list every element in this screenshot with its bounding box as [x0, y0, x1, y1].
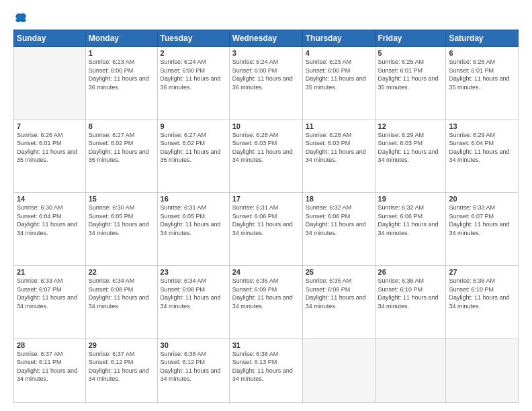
day-info: Sunrise: 6:26 AMSunset: 6:01 PMDaylight:… — [449, 58, 515, 91]
day-number: 29 — [89, 341, 154, 349]
day-number: 28 — [17, 341, 83, 349]
calendar-header: SundayMondayTuesdayWednesdayThursdayFrid… — [14, 30, 519, 47]
day-number: 14 — [17, 195, 83, 203]
day-info: Sunrise: 6:36 AMSunset: 6:10 PMDaylight:… — [449, 277, 515, 310]
calendar-day-cell: 17Sunrise: 6:31 AMSunset: 6:06 PMDayligh… — [229, 193, 302, 266]
calendar-day-cell: 10Sunrise: 6:28 AMSunset: 6:03 PMDayligh… — [229, 120, 302, 193]
day-info: Sunrise: 6:33 AMSunset: 6:07 PMDaylight:… — [17, 277, 83, 310]
day-info: Sunrise: 6:26 AMSunset: 6:01 PMDaylight:… — [17, 131, 83, 165]
day-number: 18 — [306, 195, 372, 203]
calendar-day-cell: 15Sunrise: 6:30 AMSunset: 6:05 PMDayligh… — [85, 193, 157, 266]
day-number: 24 — [232, 268, 300, 276]
day-info: Sunrise: 6:29 AMSunset: 6:03 PMDaylight:… — [378, 131, 443, 165]
day-number: 11 — [306, 122, 372, 130]
day-number: 4 — [306, 49, 372, 57]
day-number: 22 — [89, 268, 154, 276]
day-number: 25 — [306, 268, 372, 276]
day-info: Sunrise: 6:30 AMSunset: 6:04 PMDaylight:… — [17, 203, 83, 237]
calendar-day-cell: 21Sunrise: 6:33 AMSunset: 6:07 PMDayligh… — [14, 265, 86, 338]
calendar-day-cell: 3Sunrise: 6:24 AMSunset: 6:00 PMDaylight… — [229, 47, 302, 120]
day-of-week-header: Thursday — [302, 30, 375, 47]
day-number: 12 — [378, 122, 443, 130]
day-info: Sunrise: 6:23 AMSunset: 6:00 PMDaylight:… — [89, 58, 154, 91]
day-number: 7 — [17, 122, 83, 130]
calendar-day-cell: 22Sunrise: 6:34 AMSunset: 6:08 PMDayligh… — [85, 265, 157, 338]
calendar-day-cell: 30Sunrise: 6:38 AMSunset: 6:12 PMDayligh… — [157, 338, 229, 402]
day-info: Sunrise: 6:27 AMSunset: 6:02 PMDaylight:… — [161, 131, 226, 165]
calendar-week-row: 1Sunrise: 6:23 AMSunset: 6:00 PMDaylight… — [14, 47, 519, 120]
calendar-day-cell: 5Sunrise: 6:25 AMSunset: 6:01 PMDaylight… — [375, 47, 446, 120]
page: SundayMondayTuesdayWednesdayThursdayFrid… — [0, 0, 532, 411]
calendar-day-cell: 2Sunrise: 6:24 AMSunset: 6:00 PMDaylight… — [157, 47, 229, 120]
day-info: Sunrise: 6:31 AMSunset: 6:06 PMDaylight:… — [232, 203, 300, 237]
day-of-week-header: Monday — [85, 30, 157, 47]
calendar-day-cell: 14Sunrise: 6:30 AMSunset: 6:04 PMDayligh… — [14, 193, 86, 266]
calendar-day-cell: 19Sunrise: 6:32 AMSunset: 6:06 PMDayligh… — [375, 193, 446, 266]
day-number: 16 — [161, 195, 226, 203]
day-info: Sunrise: 6:37 AMSunset: 6:12 PMDaylight:… — [89, 350, 154, 383]
day-number: 20 — [449, 195, 515, 203]
day-number: 30 — [161, 341, 226, 349]
calendar-day-cell: 28Sunrise: 6:37 AMSunset: 6:11 PMDayligh… — [14, 338, 86, 402]
calendar-day-cell: 29Sunrise: 6:37 AMSunset: 6:12 PMDayligh… — [85, 338, 157, 402]
day-number: 26 — [378, 268, 443, 276]
day-number: 31 — [232, 341, 300, 349]
day-number: 1 — [89, 49, 154, 57]
calendar-day-cell: 31Sunrise: 6:38 AMSunset: 6:13 PMDayligh… — [229, 338, 302, 402]
day-number: 23 — [161, 268, 226, 276]
calendar-day-cell: 18Sunrise: 6:32 AMSunset: 6:06 PMDayligh… — [302, 193, 375, 266]
day-of-week-header: Tuesday — [157, 30, 229, 47]
calendar-table: SundayMondayTuesdayWednesdayThursdayFrid… — [13, 30, 519, 403]
day-number: 9 — [161, 122, 226, 130]
calendar-day-cell: 23Sunrise: 6:34 AMSunset: 6:08 PMDayligh… — [157, 265, 229, 338]
calendar-day-cell: 6Sunrise: 6:26 AMSunset: 6:01 PMDaylight… — [446, 47, 519, 120]
day-of-week-header: Saturday — [446, 30, 519, 47]
day-info: Sunrise: 6:31 AMSunset: 6:05 PMDaylight:… — [161, 203, 226, 237]
calendar-week-row: 7Sunrise: 6:26 AMSunset: 6:01 PMDaylight… — [14, 120, 519, 193]
day-info: Sunrise: 6:28 AMSunset: 6:03 PMDaylight:… — [232, 131, 300, 165]
day-info: Sunrise: 6:27 AMSunset: 6:02 PMDaylight:… — [89, 131, 154, 165]
calendar-day-cell — [446, 338, 519, 402]
calendar-week-row: 28Sunrise: 6:37 AMSunset: 6:11 PMDayligh… — [14, 338, 519, 402]
day-info: Sunrise: 6:30 AMSunset: 6:05 PMDaylight:… — [89, 203, 154, 237]
day-info: Sunrise: 6:29 AMSunset: 6:04 PMDaylight:… — [449, 131, 515, 165]
calendar-week-row: 14Sunrise: 6:30 AMSunset: 6:04 PMDayligh… — [14, 193, 519, 266]
day-number: 15 — [89, 195, 154, 203]
day-number: 2 — [161, 49, 226, 57]
day-of-week-header: Friday — [375, 30, 446, 47]
day-info: Sunrise: 6:32 AMSunset: 6:06 PMDaylight:… — [306, 203, 372, 237]
calendar-day-cell: 4Sunrise: 6:25 AMSunset: 6:00 PMDaylight… — [302, 47, 375, 120]
calendar-day-cell: 1Sunrise: 6:23 AMSunset: 6:00 PMDaylight… — [85, 47, 157, 120]
day-info: Sunrise: 6:38 AMSunset: 6:12 PMDaylight:… — [161, 350, 226, 383]
calendar-day-cell: 12Sunrise: 6:29 AMSunset: 6:03 PMDayligh… — [375, 120, 446, 193]
logo-bird-icon — [15, 12, 27, 24]
calendar-day-cell: 27Sunrise: 6:36 AMSunset: 6:10 PMDayligh… — [446, 265, 519, 338]
day-number: 27 — [449, 268, 515, 276]
day-info: Sunrise: 6:24 AMSunset: 6:00 PMDaylight:… — [232, 58, 300, 91]
day-info: Sunrise: 6:25 AMSunset: 6:01 PMDaylight:… — [378, 58, 443, 91]
logo — [13, 12, 27, 24]
day-info: Sunrise: 6:32 AMSunset: 6:06 PMDaylight:… — [378, 203, 443, 237]
day-number: 17 — [232, 195, 300, 203]
day-info: Sunrise: 6:33 AMSunset: 6:07 PMDaylight:… — [449, 203, 515, 237]
header — [13, 12, 519, 24]
day-of-week-header: Sunday — [14, 30, 86, 47]
day-info: Sunrise: 6:35 AMSunset: 6:09 PMDaylight:… — [232, 277, 300, 310]
day-info: Sunrise: 6:34 AMSunset: 6:08 PMDaylight:… — [161, 277, 226, 310]
day-info: Sunrise: 6:28 AMSunset: 6:03 PMDaylight:… — [306, 131, 372, 165]
calendar-day-cell: 9Sunrise: 6:27 AMSunset: 6:02 PMDaylight… — [157, 120, 229, 193]
day-info: Sunrise: 6:38 AMSunset: 6:13 PMDaylight:… — [232, 350, 300, 383]
calendar-day-cell — [14, 47, 86, 120]
calendar-day-cell: 13Sunrise: 6:29 AMSunset: 6:04 PMDayligh… — [446, 120, 519, 193]
day-number: 3 — [232, 49, 300, 57]
day-info: Sunrise: 6:37 AMSunset: 6:11 PMDaylight:… — [17, 350, 83, 383]
day-info: Sunrise: 6:24 AMSunset: 6:00 PMDaylight:… — [161, 58, 226, 91]
day-info: Sunrise: 6:35 AMSunset: 6:09 PMDaylight:… — [306, 277, 372, 310]
calendar-day-cell: 7Sunrise: 6:26 AMSunset: 6:01 PMDaylight… — [14, 120, 86, 193]
calendar-body: 1Sunrise: 6:23 AMSunset: 6:00 PMDaylight… — [14, 47, 519, 403]
calendar-day-cell: 20Sunrise: 6:33 AMSunset: 6:07 PMDayligh… — [446, 193, 519, 266]
calendar-day-cell: 26Sunrise: 6:36 AMSunset: 6:10 PMDayligh… — [375, 265, 446, 338]
day-number: 19 — [378, 195, 443, 203]
calendar-day-cell: 25Sunrise: 6:35 AMSunset: 6:09 PMDayligh… — [302, 265, 375, 338]
day-info: Sunrise: 6:36 AMSunset: 6:10 PMDaylight:… — [378, 277, 443, 310]
